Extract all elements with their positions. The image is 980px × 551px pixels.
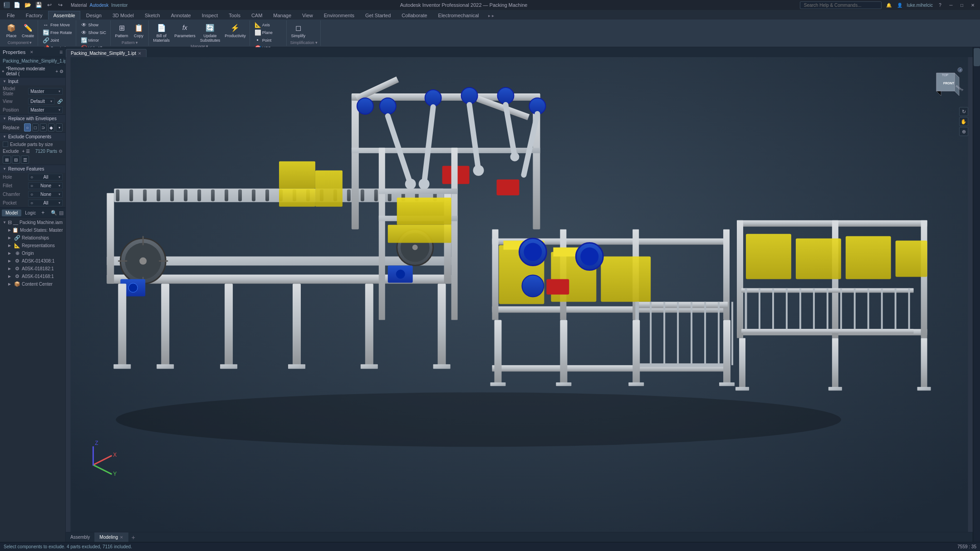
fillet-value[interactable]: ○ None ▾ [28, 182, 63, 189]
tab-assemble[interactable]: Assemble [48, 11, 80, 20]
replace-circle-btn[interactable]: ○ [24, 123, 31, 132]
bot-tab-modeling-close[interactable]: ✕ [120, 535, 123, 540]
mirror-btn[interactable]: 🔃 Mirror [79, 37, 108, 44]
tree-item-origin[interactable]: ▶ ⊕ Origin [0, 249, 65, 257]
more-tabs-btn[interactable]: ▸ ▸ [486, 12, 496, 20]
replace-custom-btn[interactable]: ◆ [48, 123, 55, 132]
tab-electromechanical[interactable]: Electromechanical [433, 11, 484, 20]
tab-collaborate[interactable]: Collaborate [397, 11, 432, 20]
tab-design[interactable]: Design [81, 11, 107, 20]
update-substitutes-btn[interactable]: 🔄 UpdateSubstitutes [198, 21, 222, 44]
exclude-parts-checkbox[interactable] [3, 141, 8, 147]
tab-model[interactable]: Model [2, 210, 21, 216]
tab-sketch[interactable]: Sketch [140, 11, 165, 20]
replace-box-btn[interactable]: □ [32, 123, 39, 132]
bot-add-tab-btn[interactable]: + [128, 532, 138, 542]
view-link-btn[interactable]: 🔗 [57, 99, 63, 104]
tab-file[interactable]: File [2, 11, 20, 20]
tree-search-icon[interactable]: 🔍 [51, 210, 57, 216]
tree-item-adsk2[interactable]: ▶ ⚙ A0SK-018182:1 [0, 265, 65, 273]
viewport-3d[interactable]: X Y Z [66, 57, 973, 542]
tab-factory[interactable]: Factory [21, 11, 48, 20]
vp-tab-main[interactable]: Packing_Machine_Simplify_1.ipt ✕ [66, 49, 147, 57]
tree-item-adsk1[interactable]: ▶ ⚙ ADSK-014308:1 [0, 257, 65, 265]
tab-tools[interactable]: Tools [224, 11, 245, 20]
simplification-dropdown[interactable]: Simplification ▾ [289, 40, 318, 45]
nav-pan-btn[interactable]: ✋ [959, 117, 968, 126]
free-move-btn[interactable]: ↔ Free Move [41, 21, 74, 29]
pocket-value[interactable]: ○ All ▾ [28, 200, 63, 206]
props-file[interactable]: Packing_Machine_Simplify_1.ipt [0, 57, 65, 65]
minimize-btn[interactable]: ─ [947, 1, 955, 9]
exclude-list-icon[interactable]: ☰ [26, 149, 30, 154]
help-icon[interactable]: ? [936, 1, 944, 9]
replace-none-btn[interactable]: ▾ [56, 123, 63, 132]
tree-item-adsk3[interactable]: ▶ ⚙ A0SK-014168:1 [0, 273, 65, 280]
tab-logic[interactable]: Logic [21, 210, 39, 216]
tree-item-representations[interactable]: ▶ 📐 Representations [0, 242, 65, 249]
tab-annotate[interactable]: Annotate [166, 11, 196, 20]
free-rotate-btn[interactable]: 🔄 Free Rotate [41, 29, 74, 36]
exclude-count-settings[interactable]: ⚙ [59, 149, 63, 154]
chamfer-value[interactable]: ○ None ▾ [28, 191, 63, 198]
vp-tab-close-btn[interactable]: ✕ [138, 51, 142, 56]
tab-view[interactable]: View [297, 11, 318, 20]
notifications-icon[interactable]: 🔔 [885, 1, 892, 9]
simplify-btn[interactable]: ◻ Simplify [289, 21, 308, 39]
qa-save-btn[interactable]: 💾 [34, 1, 43, 9]
qa-redo-btn[interactable]: ↪ [56, 1, 64, 9]
input-section-header[interactable]: ▼ Input [0, 78, 65, 85]
tree-item-assembly[interactable]: ▼ ⊟ __ Packing Machine.iam [0, 219, 65, 226]
bot-tab-assembly[interactable]: Assembly [66, 532, 95, 542]
pattern-dropdown[interactable]: Pattern ▾ [113, 40, 147, 45]
tab-manage[interactable]: Manage [268, 11, 296, 20]
point-btn[interactable]: • Point [253, 37, 274, 44]
replace-envelopes-header[interactable]: ▼ Replace with Envelopes [0, 115, 65, 122]
tab-environments[interactable]: Environments [319, 11, 359, 20]
position-value[interactable]: Master ▾ [28, 107, 63, 113]
qa-undo-btn[interactable]: ↩ [45, 1, 54, 9]
joint-btn[interactable]: 🔗 Joint [41, 37, 74, 44]
qa-open-btn[interactable]: 📂 [24, 1, 32, 9]
create-btn[interactable]: ✏️ Create [20, 21, 36, 39]
parameters-btn[interactable]: fx Parameters [172, 21, 197, 39]
maximize-btn[interactable]: □ [958, 1, 965, 9]
show-btn[interactable]: 👁 Show [79, 21, 108, 29]
right-scrollbar[interactable] [973, 47, 980, 542]
tree-item-content-center[interactable]: ▶ 📦 Content Center [0, 280, 65, 288]
bill-materials-btn[interactable]: 📄 Bill ofMaterials [152, 21, 172, 44]
constraint-add-btn[interactable]: + [55, 69, 58, 74]
tab-inspect[interactable]: Inspect [197, 11, 223, 20]
axis-btn[interactable]: 📐 Axis [253, 21, 274, 29]
show-sic-btn[interactable]: 👁 Show SiC [79, 29, 108, 36]
copy-btn[interactable]: 📋 Copy [131, 21, 147, 39]
constraint-settings-btn[interactable]: ⚙ [59, 69, 64, 74]
component-dropdown[interactable]: Component ▾ [4, 40, 36, 45]
tree-item-model-states[interactable]: ▶ 📋 Model States: Master [0, 226, 65, 234]
exc-btn-1[interactable]: ⊞ [3, 156, 11, 164]
user-icon[interactable]: 👤 [896, 1, 903, 9]
nav-zoom-btn[interactable]: ⊕ [959, 127, 968, 136]
bot-tab-modeling[interactable]: Modeling ✕ [95, 532, 128, 542]
plane-btn[interactable]: ⬜ Plane [253, 29, 274, 36]
tree-item-relationships[interactable]: ▶ 🔗 Relationships [0, 234, 65, 242]
productivity-btn[interactable]: ⚡ Productivity [223, 21, 248, 39]
exclude-add-icon[interactable]: + [22, 149, 25, 154]
hole-value[interactable]: ○ All ▾ [28, 174, 63, 180]
props-menu-icon[interactable]: ≡ [59, 49, 63, 55]
close-btn[interactable]: ✕ [969, 1, 976, 9]
place-btn[interactable]: 📦 Place [4, 21, 19, 39]
pattern-btn[interactable]: ⊞ Pattern [113, 21, 130, 39]
qa-new-btn[interactable]: 📄 [13, 1, 21, 9]
viewcube[interactable]: FRONT TOP RIGHT ↺ [927, 66, 964, 102]
search-input[interactable] [800, 1, 882, 9]
exc-btn-3[interactable]: ☰ [21, 156, 29, 164]
replace-cylinder-btn[interactable]: ⊃ [40, 123, 47, 132]
tab-3dmodel[interactable]: 3D Model [108, 11, 139, 20]
tree-filter-icon[interactable]: ▤ [59, 210, 64, 216]
exclude-components-header[interactable]: ▼ Exclude Components [0, 133, 65, 141]
nav-rotate-btn[interactable]: ↻ [959, 107, 968, 116]
tree-add-btn[interactable]: + [41, 210, 44, 216]
remove-features-header[interactable]: ▼ Remove Features [0, 165, 65, 173]
view-value[interactable]: Default ▾ [28, 98, 54, 105]
